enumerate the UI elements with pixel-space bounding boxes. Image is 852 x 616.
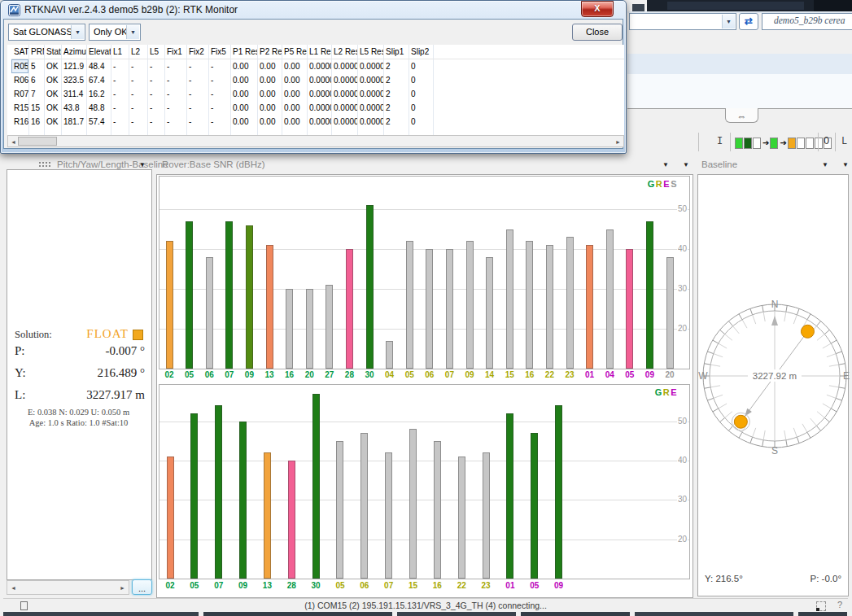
satellite-xlabel: 05: [180, 370, 199, 379]
table-cell: -: [186, 87, 208, 101]
scroll-left-icon[interactable]: ◄: [11, 581, 16, 595]
table-cell: -: [129, 73, 147, 87]
expand-collapse-tab[interactable]: ⇔: [725, 108, 758, 123]
table-row[interactable]: R066OK323.567.4------0.000.000.000.00000…: [11, 73, 624, 87]
table-row[interactable]: R077OK311.416.2------0.000.000.000.00000…: [11, 87, 624, 101]
output-stream-label[interactable]: O: [824, 136, 829, 147]
baseline-panel-dropdown-2[interactable]: ▼: [842, 161, 849, 168]
snr-bar: [606, 229, 614, 369]
inner-tick: [817, 412, 824, 418]
more-options-button[interactable]: ...: [132, 579, 152, 595]
drag-grip-icon[interactable]: [39, 162, 50, 168]
snr-bar: [526, 241, 533, 369]
chevron-down-icon[interactable]: ▼: [71, 25, 84, 39]
table-cell: OK: [44, 101, 61, 115]
column-header[interactable]: Slip1: [383, 45, 409, 59]
satellite-system-select[interactable]: Sat GLONASS ▼: [8, 24, 85, 41]
table-cell: -: [129, 115, 147, 129]
table-cell: -: [208, 87, 230, 101]
main-window-band: [627, 54, 852, 74]
column-header[interactable]: P5 Resid: [282, 45, 307, 59]
table-cell: 2: [383, 73, 409, 87]
column-header[interactable]: Elevation: [86, 45, 111, 59]
scroll-right-icon[interactable]: ►: [120, 581, 125, 595]
table-cell: 43.8: [61, 101, 86, 115]
legend-entry: E: [671, 387, 678, 397]
base-snr-chart: 20304050GRE: [159, 384, 690, 579]
monitor-titlebar[interactable]: RTKNAVI ver.2.4.3 demo5 b29b (2): RTK Mo…: [3, 1, 623, 19]
inner-tick: [827, 395, 836, 398]
io-row-separator: [730, 133, 731, 151]
column-header[interactable]: Fix1: [164, 45, 186, 59]
table-row[interactable]: R055OK121.948.4------0.000.000.000.00000…: [11, 59, 624, 73]
scroll-right-icon[interactable]: ►: [615, 135, 621, 149]
column-header[interactable]: L5: [147, 45, 164, 59]
chevron-down-icon[interactable]: ▼: [722, 15, 735, 28]
ring-tick: [750, 437, 753, 443]
log-stream-label[interactable]: L: [841, 136, 847, 147]
y-tick-label: 40: [677, 456, 688, 465]
background-taskbar-fragment: [635, 612, 793, 616]
column-header[interactable]: P2 Resid: [257, 45, 282, 59]
column-header[interactable]: Azimuth: [61, 45, 86, 59]
y-tick-label: 20: [677, 535, 688, 544]
monitor-content: Sat GLONASS ▼ Only OK ▼ Close SATPRNStat…: [3, 19, 623, 149]
snr-bar: [426, 249, 433, 369]
resize-grip-icon[interactable]: [816, 601, 826, 611]
ring-tick: [704, 364, 710, 365]
snr-bar: [288, 461, 295, 579]
column-header[interactable]: L2: [129, 45, 147, 59]
table-cell: -: [164, 101, 186, 115]
close-window-button[interactable]: X: [581, 1, 614, 17]
snr-panel-dropdown-2[interactable]: ▼: [683, 161, 689, 168]
left-panel-hscrollbar[interactable]: ◄ ►: [7, 580, 129, 595]
column-header[interactable]: L1 Resid: [307, 45, 331, 59]
table-cell: 16.2: [86, 87, 111, 101]
snr-panel-title: Rover:Base SNR (dBHz): [162, 159, 265, 169]
column-header[interactable]: Slip2: [409, 45, 433, 59]
satellite-table[interactable]: SATPRNStatusAzimuthElevationL1L2L5Fix1Fi…: [7, 45, 624, 135]
column-header[interactable]: L2 Resid: [331, 45, 357, 59]
help-icon[interactable]: ?: [837, 600, 842, 609]
chevron-down-icon[interactable]: ▼: [126, 25, 139, 39]
column-header[interactable]: Fix5: [208, 45, 230, 59]
column-header[interactable]: PRN: [28, 45, 44, 59]
satellite-xlabel: 16: [520, 370, 540, 379]
column-header[interactable]: L5 Resid: [357, 45, 383, 59]
scroll-left-icon[interactable]: ◄: [11, 135, 16, 149]
column-header[interactable]: Fix2: [186, 45, 208, 59]
table-cell: 0.00: [257, 73, 282, 87]
snr-panel-dropdown-1[interactable]: ▼: [662, 161, 669, 168]
ring-tick: [728, 321, 732, 326]
io-row-separator: [835, 133, 836, 151]
table-row[interactable]: R1515OK43.848.8------0.000.000.000.00000…: [11, 101, 624, 115]
baseline-panel-dropdown-1[interactable]: ▼: [822, 161, 828, 168]
status-filter-select[interactable]: Only OK ▼: [89, 24, 141, 41]
scrollbar-thumb[interactable]: [18, 137, 57, 146]
solution-name-box[interactable]: demo5_b29b cerea: [762, 13, 852, 30]
column-header[interactable]: L1: [111, 45, 129, 59]
snr-bar: [506, 229, 513, 369]
table-cell: OK: [44, 73, 61, 87]
ring-tick: [704, 387, 710, 388]
left-panel-mode-dropdown[interactable]: ▼: [139, 161, 146, 168]
table-cell: -: [129, 101, 147, 115]
table-cell: R06: [11, 73, 28, 87]
solution-select-combobox[interactable]: ▼: [629, 13, 736, 30]
column-header[interactable]: SAT: [11, 45, 28, 59]
inner-tick: [802, 424, 807, 432]
baseline-swap-button[interactable]: ⇄: [739, 13, 758, 30]
table-row[interactable]: R1616OK181.757.4------0.000.000.000.0000…: [11, 115, 624, 129]
inner-tick: [827, 354, 836, 357]
snr-bar: [386, 341, 393, 369]
table-cell: -: [186, 101, 208, 115]
table-cell: -: [147, 73, 164, 87]
rtk-monitor-window[interactable]: RTKNAVI ver.2.4.3 demo5 b29b (2): RTK Mo…: [0, 0, 627, 154]
table-cell: 2: [383, 101, 409, 115]
flow-arrow-icon: ➔: [780, 138, 786, 147]
table-cell: 0.00: [230, 87, 257, 101]
monitor-hscrollbar[interactable]: ◄ ►: [7, 135, 624, 147]
column-header[interactable]: Status: [44, 45, 61, 59]
monitor-close-button[interactable]: Close: [572, 24, 623, 41]
column-header[interactable]: P1 Resid: [230, 45, 257, 59]
